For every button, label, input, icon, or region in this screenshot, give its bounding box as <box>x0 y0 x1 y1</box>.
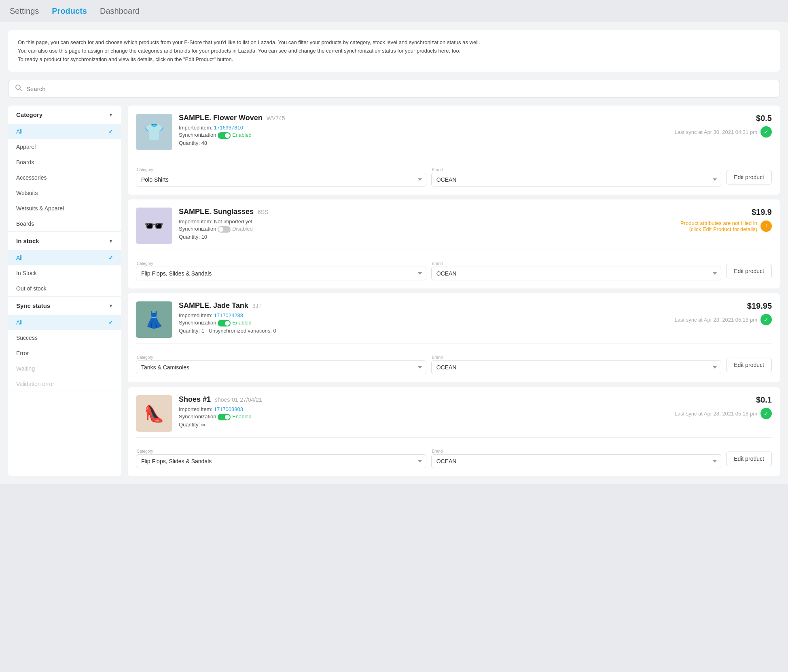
product-info-0: SAMPLE. Flower WovenWV745Imported item: … <box>179 114 674 147</box>
filter-header-2[interactable]: Sync status▼ <box>8 297 121 315</box>
filter-item-0-0[interactable]: All✓ <box>8 124 121 139</box>
brand-select-0[interactable]: OCEAN <box>431 173 722 187</box>
imported-link-2[interactable]: 1717024288 <box>214 312 243 318</box>
search-bar <box>8 80 780 98</box>
product-card-2: 👗SAMPLE. Jade Tank3JTImported item: 1717… <box>128 293 780 382</box>
filter-item-1-1[interactable]: In Stock <box>8 265 121 281</box>
product-imported-0: Imported item: 1716967810 <box>179 125 674 131</box>
product-imported-3: Imported item: 1717003803 <box>179 406 674 412</box>
brand-label-3: Brand <box>431 449 722 454</box>
products-list: 👕SAMPLE. Flower WovenWV745Imported item:… <box>128 106 780 476</box>
sync-toggle-1[interactable] <box>218 226 231 233</box>
edit-product-button-1[interactable]: Edit product <box>726 264 772 278</box>
category-select-2[interactable]: Tanks & Camisoles <box>136 360 426 374</box>
sync-toggle-0[interactable] <box>218 132 231 139</box>
product-controls-1: CategoryFlip Flops, Slides & SandalsBran… <box>136 261 772 280</box>
imported-link-3[interactable]: 1717003803 <box>214 406 243 412</box>
product-sync-status-0: Synchronization Enabled <box>179 132 674 139</box>
filter-section-1: In stock▼All✓In StockOut of stock <box>8 232 121 297</box>
warning-icon-1: ! <box>760 220 772 232</box>
product-sync-status-2: Synchronization Enabled <box>179 320 674 326</box>
filter-item-0-3[interactable]: Accessories <box>8 170 121 185</box>
product-right-1: $19.9Product attributes are not filled i… <box>675 208 772 232</box>
brand-select-2[interactable]: OCEAN <box>431 360 722 374</box>
product-sku-1: 6SS <box>258 209 268 215</box>
nav-products[interactable]: Products <box>52 6 87 16</box>
category-select-0[interactable]: Polo Shirts <box>136 173 426 187</box>
product-price-2: $19.95 <box>747 301 772 311</box>
imported-link-0[interactable]: 1716967810 <box>214 125 243 131</box>
sync-ok-icon-3: ✓ <box>760 408 772 419</box>
category-field-3: CategoryFlip Flops, Slides & Sandals <box>136 449 426 468</box>
category-field-2: CategoryTanks & Camisoles <box>136 355 426 374</box>
nav-dashboard[interactable]: Dashboard <box>100 6 140 16</box>
filter-item-0-1[interactable]: Apparel <box>8 139 121 155</box>
category-label-0: Category <box>136 167 426 172</box>
filter-item-1-2[interactable]: Out of stock <box>8 281 121 296</box>
sync-toggle-2[interactable] <box>218 320 231 326</box>
product-info-3: Shoes #1shoes-01-27/04/21Imported item: … <box>179 395 674 429</box>
brand-field-0: BrandOCEAN <box>431 167 722 187</box>
category-field-0: CategoryPolo Shirts <box>136 167 426 187</box>
filter-section-2: Sync status▼All✓SuccessErrorWaitingValid… <box>8 297 121 392</box>
filter-item-2-0[interactable]: All✓ <box>8 315 121 330</box>
brand-label-2: Brand <box>431 355 722 360</box>
product-price-1: $19.9 <box>752 208 772 217</box>
top-navigation: Settings Products Dashboard <box>0 0 788 22</box>
sidebar: Category▼All✓ApparelBoardsAccessoriesWet… <box>8 106 121 476</box>
product-price-3: $0.1 <box>756 395 772 405</box>
product-card-1: 🕶️SAMPLE. Sunglasses6SSImported item: No… <box>128 199 780 288</box>
filter-header-0[interactable]: Category▼ <box>8 106 121 124</box>
product-image-3: 👠 <box>136 395 172 432</box>
nav-settings[interactable]: Settings <box>10 6 39 16</box>
main-container: On this page, you can search for and cho… <box>0 22 788 484</box>
sync-toggle-3[interactable] <box>218 414 231 420</box>
edit-product-button-0[interactable]: Edit product <box>726 170 772 184</box>
brand-select-1[interactable]: OCEAN <box>431 267 722 280</box>
edit-product-button-2[interactable]: Edit product <box>726 358 772 372</box>
product-image-0: 👕 <box>136 114 172 150</box>
filter-item-0-2[interactable]: Boards <box>8 155 121 170</box>
checkmark-icon: ✓ <box>108 319 113 326</box>
filter-item-2-4: Validation error <box>8 376 121 392</box>
product-name-3: Shoes #1 <box>179 395 211 404</box>
last-sync-text-2: Last sync at Apr 28, 2021 05:18 pm <box>674 317 757 323</box>
attr-warning-text-1: Product attributes are not filled in(cli… <box>680 220 757 232</box>
product-name-0: SAMPLE. Flower Woven <box>179 114 263 122</box>
category-select-1[interactable]: Flip Flops, Slides & Sandals <box>136 267 426 280</box>
filter-item-1-0[interactable]: All✓ <box>8 250 121 265</box>
brand-field-2: BrandOCEAN <box>431 355 722 374</box>
product-quantity-0: Quantity: 48 <box>179 140 674 146</box>
filter-item-0-6[interactable]: Boards <box>8 216 121 231</box>
filter-item-2-3: Waiting <box>8 361 121 376</box>
edit-product-button-3[interactable]: Edit product <box>726 452 772 466</box>
product-sync-status-3: Synchronization Enabled <box>179 413 674 420</box>
last-sync-text-3: Last sync at Apr 28, 2021 05:18 pm <box>674 411 757 417</box>
category-select-3[interactable]: Flip Flops, Slides & Sandals <box>136 454 426 468</box>
brand-field-3: BrandOCEAN <box>431 449 722 468</box>
product-info-2: SAMPLE. Jade Tank3JTImported item: 17170… <box>179 301 674 335</box>
sync-ok-icon-2: ✓ <box>760 314 772 325</box>
product-card-3: 👠Shoes #1shoes-01-27/04/21Imported item:… <box>128 387 780 476</box>
search-input[interactable] <box>26 85 773 92</box>
category-label-2: Category <box>136 355 426 360</box>
filter-item-2-2[interactable]: Error <box>8 346 121 361</box>
brand-select-3[interactable]: OCEAN <box>431 454 722 468</box>
product-sku-3: shoes-01-27/04/21 <box>215 396 262 403</box>
product-controls-2: CategoryTanks & CamisolesBrandOCEANEdit … <box>136 355 772 374</box>
product-quantity-2: Quantity: 1 Unsynchronized variations: 0 <box>179 328 674 334</box>
product-name-1: SAMPLE. Sunglasses <box>179 208 254 216</box>
product-quantity-3: Quantity: ∞ <box>179 422 674 428</box>
filter-item-0-5[interactable]: Wetsuits & Apparel <box>8 201 121 216</box>
brand-label-1: Brand <box>431 261 722 266</box>
checkmark-icon: ✓ <box>108 128 113 135</box>
filter-header-1[interactable]: In stock▼ <box>8 232 121 250</box>
product-sync-status-1: Synchronization Disabled <box>179 226 675 233</box>
product-imported-2: Imported item: 1717024288 <box>179 312 674 318</box>
last-sync-text-0: Last sync at Apr 30, 2021 04:31 pm <box>674 129 757 135</box>
filter-item-0-4[interactable]: Wetsuits <box>8 185 121 201</box>
filter-item-2-1[interactable]: Success <box>8 330 121 346</box>
product-right-3: $0.1Last sync at Apr 28, 2021 05:18 pm✓ <box>674 395 772 419</box>
product-sku-2: 3JT <box>252 303 262 309</box>
chevron-down-icon: ▼ <box>108 112 113 118</box>
